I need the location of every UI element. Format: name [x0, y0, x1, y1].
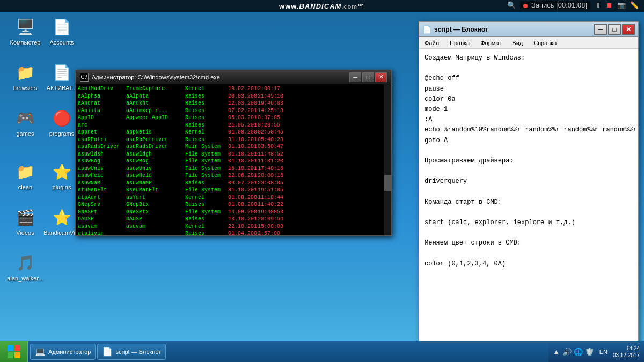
- notepad-body[interactable]: Создаем Матрицу в Windows: @echo off pau…: [419, 49, 638, 351]
- table-row: atuManFlt RseuManFlt File System 31.10.2…: [78, 187, 389, 194]
- table-row: aAniita aAnimxep r... Raises 07.02.2019 …: [78, 107, 389, 115]
- notepad-minimize-button[interactable]: ─: [594, 24, 607, 35]
- bandicam-pause-icon[interactable]: ⏸: [595, 1, 602, 9]
- notepad-window: 📄 script — Блокнот ─ □ ✕ Файл Правка Фор…: [419, 21, 639, 351]
- cmd-minimize-button[interactable]: ─: [349, 72, 361, 82]
- cmd-scrollbar[interactable]: [384, 84, 391, 235]
- notepad-close-button[interactable]: ✕: [622, 24, 635, 35]
- notepad-menu-view[interactable]: Вид: [509, 39, 526, 47]
- windows-logo-icon: [6, 344, 21, 359]
- table-row: GNeSPt GNeSPtx File System 14.08.2009 19…: [78, 209, 389, 216]
- notepad-menu-file[interactable]: Файл: [421, 39, 442, 47]
- computer-icon: 🖥️: [14, 16, 36, 38]
- tray-network-icon[interactable]: 🌐: [574, 348, 583, 356]
- notepad-taskbar-icon: 📄: [102, 346, 113, 357]
- system-clock: 14:24 03.12.2017: [613, 345, 640, 359]
- taskbar-items: 💻 Администратор 📄 script — Блокнот: [28, 341, 548, 362]
- cmd-maximize-button[interactable]: □: [362, 72, 374, 82]
- desktop-icon-clean[interactable]: 📁 clean: [6, 161, 44, 190]
- cmd-window: C:\ Администратор: C:\Windows\system32\c…: [75, 70, 392, 236]
- cmd-content: AeolMadDriv FrameCapture Kernel 19.02.20…: [76, 84, 391, 235]
- bandicam-logo: www.BANDICAM.com™: [279, 2, 365, 10]
- taskbar-item-notepad-label: script — Блокнот: [115, 349, 161, 355]
- bandicam-camera-icon[interactable]: 📷: [617, 1, 626, 9]
- bandicamvi-icon: ⭐: [51, 206, 72, 228]
- desktop-icon-videos[interactable]: 🎬 Videos: [6, 206, 44, 236]
- accounts-icon: 📄: [51, 16, 72, 38]
- notepad-title-text: script — Блокнот: [434, 26, 594, 33]
- browsers-icon: 📁: [14, 62, 36, 83]
- table-row: asuwBog asuwBog File System 01.10.2017 1…: [78, 158, 389, 165]
- cmd-app-icon: C:\: [80, 73, 89, 82]
- cmd-scrollbar-thumb[interactable]: [384, 175, 391, 191]
- cmd-close-button[interactable]: ✕: [375, 72, 387, 82]
- tray-arrow-icon[interactable]: ▲: [553, 348, 560, 356]
- tray-icons: ▲ 🔊 🌐 🛡️: [553, 348, 594, 356]
- table-row: arc Raises 21.05.2016 0:20:55: [78, 122, 389, 129]
- plugins-icon: ⭐: [51, 161, 72, 182]
- svg-rect-2: [8, 352, 13, 358]
- cmd-title-text: Администратор: C:\Windows\system32\cmd.e…: [92, 74, 349, 80]
- table-row: asuwNaM asuwNaMP Raises 09.07.2017 23:08…: [78, 180, 389, 187]
- notepad-menu-edit[interactable]: Правка: [447, 39, 473, 47]
- games-icon: 🎮: [14, 107, 36, 129]
- table-row: atplivin Raises 01.04.2009 2:57:00: [78, 230, 389, 235]
- bandicam-rec-label: Запись [00:01:08]: [520, 1, 590, 9]
- notepad-menu-format[interactable]: Формат: [477, 39, 504, 47]
- notepad-titlebar[interactable]: 📄 script — Блокнот ─ □ ✕: [419, 22, 638, 37]
- tray-security-icon[interactable]: 🛡️: [585, 348, 594, 356]
- table-row: appnet appNetis Kernel 01.08.2008 02:50:…: [78, 129, 389, 136]
- desktop-icon-accounts[interactable]: 📄 Accounts: [43, 16, 80, 46]
- bandicam-search-icon[interactable]: 🔍: [507, 1, 516, 9]
- alan-walker-icon: 🎵: [14, 252, 36, 274]
- taskbar: 💻 Администратор 📄 script — Блокнот ▲ 🔊 🌐…: [0, 341, 644, 362]
- notepad-menu-help[interactable]: Справка: [530, 39, 560, 47]
- table-row: DAUSP DAUSP Raises 13.10.2018 20:09:54: [78, 216, 389, 223]
- taskbar-item-notepad[interactable]: 📄 script — Блокнот: [97, 344, 166, 360]
- cmd-window-controls[interactable]: ─ □ ✕: [349, 72, 387, 82]
- start-button[interactable]: [0, 341, 28, 362]
- table-row: AppID Appweer AppID Raises 05.03.2017 0:…: [78, 114, 389, 122]
- programs-icon: 🔴: [51, 107, 72, 129]
- desktop-icon-browsers[interactable]: 📁 browsers: [6, 62, 44, 91]
- notepad-menubar: Файл Правка Формат Вид Справка: [419, 37, 638, 49]
- taskbar-item-cmd[interactable]: 💻 Администратор: [30, 344, 96, 360]
- table-row: aAndrat aAndxht Raises 12.03.2009 19:46:…: [78, 100, 389, 107]
- table-row: AeolMadDriv FrameCapture Kernel 19.02.20…: [78, 85, 389, 93]
- clock-time: 14:24: [626, 345, 640, 352]
- table-row: asuRadsDriver asuRadsDriver Main System …: [78, 143, 389, 151]
- svg-rect-0: [8, 345, 13, 351]
- table-row: asuRPotri asuRbPotriver Raises 31.10.201…: [78, 136, 389, 144]
- clean-icon: 📁: [14, 161, 36, 182]
- table-row: asuwHeld asuwHeld File System 22.06.2017…: [78, 172, 389, 180]
- notepad-maximize-button[interactable]: □: [608, 24, 621, 35]
- rec-dot-icon: [523, 4, 528, 8]
- cmd-body: AeolMadDriv FrameCapture Kernel 19.02.20…: [76, 84, 391, 235]
- notepad-app-icon: 📄: [422, 25, 431, 34]
- bandicam-edit-icon[interactable]: ✏️: [630, 1, 639, 9]
- cmd-taskbar-icon: 💻: [35, 346, 46, 357]
- table-row: GNepSrv GNepBtx Raises 01.08.2008 11:40:…: [78, 201, 389, 209]
- taskbar-item-cmd-label: Администратор: [48, 349, 91, 355]
- aktivat-icon: 📄: [51, 62, 72, 83]
- table-row: asuwUniv asuwUniv File System 16.10.2017…: [78, 165, 389, 173]
- cmd-titlebar[interactable]: C:\ Администратор: C:\Windows\system32\c…: [76, 70, 391, 84]
- bandicam-bar: www.BANDICAM.com™ 🔍 Запись [00:01:08] ⏸ …: [0, 0, 644, 12]
- desktop-icon-games[interactable]: 🎮 games: [6, 107, 44, 137]
- table-row: asuvam asuvam Kernel 22.10.2019 15:08:08: [78, 223, 389, 231]
- svg-rect-1: [14, 345, 20, 351]
- bandicam-stop-icon[interactable]: ⏹: [606, 1, 613, 9]
- table-row: aAlphsa aAlphta Raises 20.03.2009 21:45:…: [78, 93, 389, 100]
- desktop-icon-alan-walker[interactable]: 🎵 alan_walker...: [6, 252, 44, 282]
- svg-rect-3: [14, 352, 20, 358]
- desktop-icon-computer[interactable]: 🖥️ Компьютер: [6, 16, 44, 46]
- taskbar-right: ▲ 🔊 🌐 🛡️ EN 14:24 03.12.2017: [548, 341, 644, 362]
- clock-date: 03.12.2017: [613, 352, 640, 359]
- table-row: atpAdrt asYdrt Kernel 01.08.2008 11:18:4…: [78, 194, 389, 202]
- notepad-window-controls[interactable]: ─ □ ✕: [594, 24, 635, 35]
- lang-indicator[interactable]: EN: [597, 349, 610, 355]
- bandicam-controls[interactable]: 🔍 Запись [00:01:08] ⏸ ⏹ 📷 ✏️: [507, 1, 639, 9]
- desktop: www.BANDICAM.com™ 🔍 Запись [00:01:08] ⏸ …: [0, 0, 644, 362]
- tray-speaker-icon[interactable]: 🔊: [562, 348, 572, 356]
- videos-icon: 🎬: [14, 206, 36, 228]
